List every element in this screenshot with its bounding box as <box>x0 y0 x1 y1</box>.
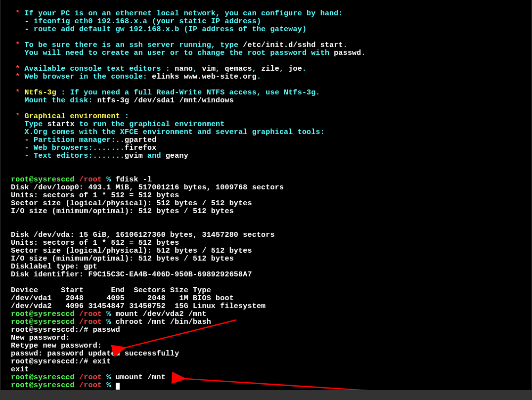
cmd-input: umount /mnt <box>116 373 166 382</box>
text: route add default gw 192.168.x.b (IP add… <box>34 25 307 34</box>
bottom-bar <box>0 390 532 400</box>
text: ifconfig eth0 192.168.x.a (your static I… <box>34 17 261 26</box>
dash: - <box>11 17 34 26</box>
bullet: * <box>11 73 25 81</box>
prompt-sep: % <box>102 176 116 184</box>
bullet: * <box>11 65 25 73</box>
cmd-input: fdisk -l <box>116 176 152 184</box>
fdisk-output: Disk /dev/loop0: 493.1 MiB, 517001216 by… <box>11 183 284 192</box>
text: To be sure there is an ssh server runnin… <box>25 41 243 49</box>
terminal[interactable]: * If your PC is on an ethernet local net… <box>1 0 531 390</box>
text: If your PC is on an ethernet local netwo… <box>25 9 343 18</box>
prompt-user: root@sysresccd <box>11 176 75 184</box>
prompt-path: /root <box>75 176 102 184</box>
cmd-input: mount /dev/vda2 /mnt <box>116 310 207 318</box>
bullet: * <box>11 112 25 121</box>
cmd: /etc/init.d/sshd start <box>243 41 343 49</box>
dash: - <box>11 25 34 34</box>
bullet: * <box>11 41 25 49</box>
bullet: * <box>11 89 25 97</box>
chroot-prompt: root@sysresccd:/# passwd <box>11 326 120 334</box>
cmd-input: chroot /mnt /bin/bash <box>116 318 211 326</box>
table-row: /dev/vda1 2048 4095 2048 1M BIOS boot <box>11 294 234 303</box>
cursor[interactable] <box>116 383 120 390</box>
cmd: passwd <box>334 49 361 57</box>
table-row: /dev/vda2 4096 31454847 31450752 15G Lin… <box>11 302 266 311</box>
bullet: * <box>11 9 25 18</box>
table-header: Device Start End Sectors Size Type <box>11 286 211 295</box>
text: You will need to create an user or to ch… <box>11 49 334 57</box>
